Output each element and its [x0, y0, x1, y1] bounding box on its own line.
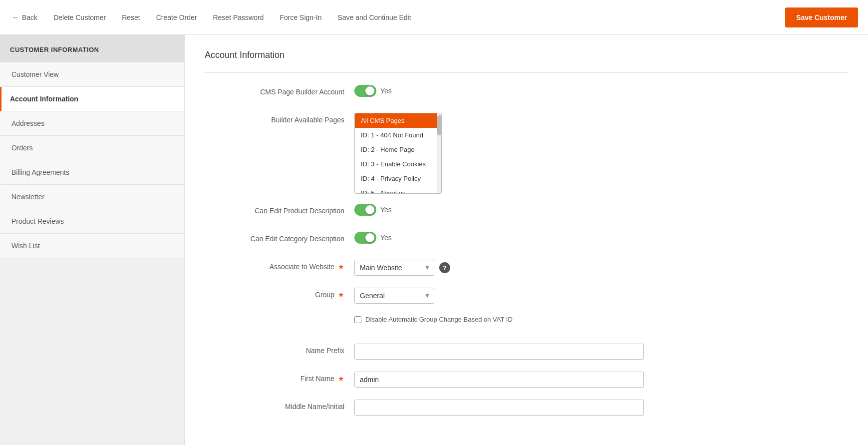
can-edit-product-toggle-wrap: Yes	[354, 204, 392, 216]
delete-label: Delete Customer	[53, 13, 106, 21]
name-prefix-input[interactable]	[354, 344, 644, 360]
can-edit-category-row: Can Edit Category Description Yes	[205, 232, 848, 250]
associate-website-row: Associate to Website ★ Main Website ▼ ?	[205, 260, 848, 278]
disable-vat-label-spacer	[205, 316, 354, 319]
builder-pages-field: All CMS Pages ID: 1 - 404 Not Found ID: …	[354, 113, 848, 194]
can-edit-product-value: Yes	[380, 206, 392, 214]
page-title: Account Information	[205, 50, 848, 60]
cms-page-builder-toggle-wrap: Yes	[354, 85, 392, 97]
cms-page-builder-row: CMS Page Builder Account Yes	[205, 85, 848, 103]
can-edit-category-toggle-wrap: Yes	[354, 232, 392, 244]
sidebar-item-orders[interactable]: Orders	[0, 136, 184, 160]
save-continue-button[interactable]: Save and Continue Edit	[335, 13, 413, 21]
associate-website-help-icon[interactable]: ?	[439, 262, 450, 273]
can-edit-category-value: Yes	[380, 234, 392, 242]
sidebar-item-customer-view[interactable]: Customer View	[0, 62, 184, 87]
associate-website-field: Main Website ▼ ?	[354, 260, 848, 276]
sidebar-item-newsletter[interactable]: Newsletter	[0, 185, 184, 209]
can-edit-product-toggle[interactable]	[354, 204, 376, 216]
cms-page-builder-toggle[interactable]	[354, 85, 376, 97]
cms-page-builder-field: Yes	[354, 85, 848, 97]
associate-website-select[interactable]: Main Website	[354, 260, 434, 276]
cms-page-builder-label: CMS Page Builder Account	[205, 85, 354, 96]
associate-website-label: Associate to Website ★	[205, 260, 354, 271]
main-content: Account Information CMS Page Builder Acc…	[185, 35, 868, 445]
builder-page-option-4[interactable]: ID: 4 - Privacy Policy	[355, 171, 437, 186]
disable-vat-label: Disable Automatic Group Change Based on …	[365, 316, 513, 323]
middle-name-label: Middle Name/Initial	[205, 400, 354, 411]
reset-button[interactable]: Reset	[120, 13, 142, 21]
delete-customer-button[interactable]: Delete Customer	[51, 13, 108, 21]
builder-page-option-all[interactable]: All CMS Pages	[355, 113, 437, 128]
multiselect-scrolltrack	[437, 113, 441, 193]
toggle-thumb-category	[365, 233, 374, 242]
page-layout: CUSTOMER INFORMATION Customer View Accou…	[0, 35, 868, 445]
back-label: Back	[22, 13, 37, 21]
group-select[interactable]: General Retailer Wholesale NOT LOGGED IN	[354, 288, 434, 304]
associate-website-required: ★	[338, 263, 344, 271]
disable-vat-field: Disable Automatic Group Change Based on …	[354, 316, 848, 323]
middle-name-input[interactable]	[354, 400, 644, 416]
disable-vat-checkbox-row: Disable Automatic Group Change Based on …	[354, 316, 513, 323]
toolbar: ← Back Delete Customer Reset Create Orde…	[0, 0, 868, 35]
middle-name-row: Middle Name/Initial	[205, 400, 848, 418]
can-edit-category-field: Yes	[354, 232, 848, 244]
sidebar-item-product-reviews[interactable]: Product Reviews	[0, 209, 184, 234]
can-edit-category-label: Can Edit Category Description	[205, 232, 354, 243]
reset-password-label: Reset Password	[213, 13, 264, 21]
section-divider	[205, 72, 848, 73]
toggle-thumb	[365, 86, 374, 95]
builder-pages-row: Builder Available Pages All CMS Pages ID…	[205, 113, 848, 194]
builder-page-option-3[interactable]: ID: 3 - Enable Cookies	[355, 157, 437, 171]
group-row: Group ★ General Retailer Wholesale NOT L…	[205, 288, 848, 306]
sidebar-item-addresses[interactable]: Addresses	[0, 111, 184, 136]
group-required: ★	[338, 291, 344, 299]
back-arrow-icon: ←	[12, 13, 19, 21]
create-order-label: Create Order	[156, 13, 197, 21]
reset-label: Reset	[122, 13, 140, 21]
builder-pages-list[interactable]: All CMS Pages ID: 1 - 404 Not Found ID: …	[355, 113, 437, 193]
first-name-field	[354, 372, 848, 388]
create-order-button[interactable]: Create Order	[154, 13, 199, 21]
save-customer-label: Save Customer	[796, 13, 847, 21]
builder-pages-label: Builder Available Pages	[205, 113, 354, 124]
disable-vat-row: Disable Automatic Group Change Based on …	[205, 316, 848, 334]
force-signin-label: Force Sign-In	[280, 13, 321, 21]
sidebar-header: CUSTOMER INFORMATION	[0, 35, 184, 62]
can-edit-product-row: Can Edit Product Description Yes	[205, 204, 848, 222]
group-select-wrap: General Retailer Wholesale NOT LOGGED IN…	[354, 288, 434, 304]
first-name-input[interactable]	[354, 372, 644, 388]
save-customer-button[interactable]: Save Customer	[785, 7, 858, 27]
builder-pages-multiselect[interactable]: All CMS Pages ID: 1 - 404 Not Found ID: …	[354, 113, 442, 194]
group-field: General Retailer Wholesale NOT LOGGED IN…	[354, 288, 848, 304]
first-name-required: ★	[338, 375, 344, 383]
builder-page-option-5[interactable]: ID: 5 - About us	[355, 186, 437, 193]
name-prefix-label: Name Prefix	[205, 344, 354, 355]
name-prefix-row: Name Prefix	[205, 344, 848, 362]
back-button[interactable]: ← Back	[10, 13, 39, 21]
first-name-row: First Name ★	[205, 372, 848, 390]
toggle-thumb-product	[365, 205, 374, 214]
can-edit-product-label: Can Edit Product Description	[205, 204, 354, 215]
sidebar: CUSTOMER INFORMATION Customer View Accou…	[0, 35, 185, 445]
middle-name-field	[354, 400, 848, 416]
reset-password-button[interactable]: Reset Password	[211, 13, 266, 21]
sidebar-item-account-information[interactable]: Account Information	[0, 87, 184, 111]
sidebar-item-billing-agreements[interactable]: Billing Agreements	[0, 160, 184, 185]
name-prefix-field	[354, 344, 848, 360]
sidebar-item-wish-list[interactable]: Wish List	[0, 234, 184, 258]
force-signin-button[interactable]: Force Sign-In	[278, 13, 323, 21]
builder-page-option-1[interactable]: ID: 1 - 404 Not Found	[355, 128, 437, 142]
save-continue-label: Save and Continue Edit	[337, 13, 411, 21]
can-edit-product-field: Yes	[354, 204, 848, 216]
builder-page-option-2[interactable]: ID: 2 - Home Page	[355, 142, 437, 157]
associate-website-select-wrap: Main Website ▼	[354, 260, 434, 276]
cms-page-builder-value: Yes	[380, 87, 392, 95]
multiselect-scrollthumb	[437, 115, 441, 135]
disable-vat-checkbox[interactable]	[354, 316, 361, 323]
first-name-label: First Name ★	[205, 372, 354, 383]
group-label: Group ★	[205, 288, 354, 299]
can-edit-category-toggle[interactable]	[354, 232, 376, 244]
